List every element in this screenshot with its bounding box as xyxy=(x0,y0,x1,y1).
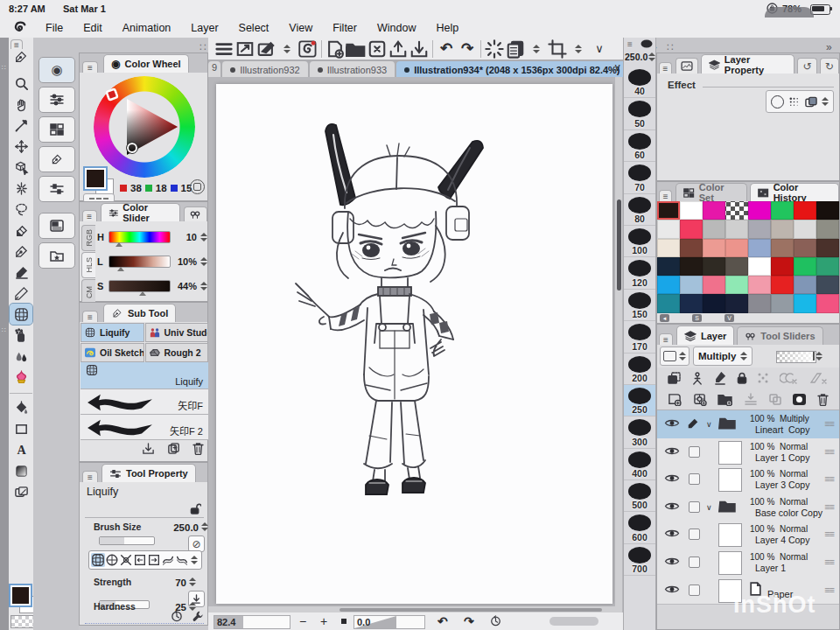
expand-far-right-icon[interactable]: » xyxy=(826,41,832,53)
toggle-tool-property-button[interactable] xyxy=(38,176,75,202)
enable-mask-icon[interactable] xyxy=(780,372,799,384)
color-swatch[interactable] xyxy=(816,201,839,220)
tab-tool-property[interactable]: Tool Property xyxy=(102,464,196,482)
layer-drag-handle[interactable]: ≡≡ xyxy=(824,446,834,457)
color-swatch[interactable] xyxy=(816,294,839,312)
layer-row-0[interactable]: ∨ 100 % Multiply Lineart Copy ≡≡ xyxy=(657,410,839,439)
color-swatch[interactable] xyxy=(680,239,703,257)
touch-gesture-icon[interactable] xyxy=(256,39,276,59)
tab-color-set[interactable]: Color Set xyxy=(676,183,747,201)
liquify-mode-swirl-right-icon[interactable] xyxy=(175,553,189,567)
tab-navigator[interactable] xyxy=(676,58,698,74)
liquify-mode-push-left-icon[interactable] xyxy=(133,553,147,567)
slider-stepper-L[interactable] xyxy=(200,257,207,266)
zoom-tool[interactable] xyxy=(10,73,32,94)
menu-edit[interactable]: Edit xyxy=(83,22,102,34)
color-swatch[interactable] xyxy=(657,294,680,312)
strength-stepper[interactable] xyxy=(189,578,196,586)
toggle-color-slider-button[interactable] xyxy=(38,87,75,113)
layer-visibility-icon[interactable] xyxy=(664,528,680,539)
layer-thumbnail[interactable] xyxy=(718,468,742,492)
delete-layer-icon[interactable] xyxy=(817,393,829,406)
color-swatch[interactable] xyxy=(725,220,748,238)
color-swatch[interactable] xyxy=(794,220,816,238)
tone-effect-icon[interactable] xyxy=(788,96,800,108)
color-swatch[interactable] xyxy=(703,201,725,220)
layer-checkbox[interactable] xyxy=(689,501,700,513)
tool-stepper[interactable] xyxy=(276,39,298,59)
color-swatch[interactable] xyxy=(725,257,748,276)
rotate-left-button[interactable]: ↶ xyxy=(438,614,448,628)
brush-size-80[interactable]: 80 xyxy=(624,194,655,226)
redo-icon[interactable]: ↷ xyxy=(457,39,478,59)
clip-studio-app-icon[interactable] xyxy=(298,39,318,59)
color-swatch[interactable] xyxy=(816,276,839,294)
blend-mode-dropdown[interactable]: Multiply xyxy=(693,346,752,366)
layer-mask-icon[interactable] xyxy=(793,394,806,405)
color-swatch[interactable] xyxy=(794,276,816,294)
color-swatch[interactable] xyxy=(816,220,839,238)
color-swatch[interactable] xyxy=(703,220,725,238)
color-wheel-grip-icon[interactable]: ≡ xyxy=(82,61,98,73)
layer-checkbox[interactable] xyxy=(689,473,700,485)
color-swatch[interactable] xyxy=(748,201,771,220)
tab-sub-tool[interactable]: Sub Tool xyxy=(103,304,176,322)
layer-checkbox[interactable] xyxy=(689,528,700,540)
menu-window[interactable]: Window xyxy=(377,22,416,34)
slider-value-H[interactable]: 10 xyxy=(174,232,197,242)
menu-help[interactable]: Help xyxy=(436,22,458,34)
operation-tool[interactable] xyxy=(10,157,32,178)
color-swatch[interactable] xyxy=(748,294,771,312)
tab-color-slider[interactable]: Color Slider xyxy=(101,203,180,221)
liquify-mode-push-right-icon[interactable] xyxy=(147,553,161,567)
rotation-slider[interactable]: 0.0 xyxy=(354,615,425,629)
liquify-mode-push-icon[interactable] xyxy=(91,553,105,567)
new-canvas-icon[interactable] xyxy=(325,39,346,59)
pencil-tool[interactable] xyxy=(10,283,32,304)
color-mode-hls[interactable]: HLS xyxy=(81,252,95,278)
tab-history[interactable]: ↺ xyxy=(797,58,816,74)
layer-visibility-icon[interactable] xyxy=(664,556,680,567)
balloon-tool[interactable] xyxy=(10,481,32,502)
draft-layer-icon[interactable] xyxy=(714,372,726,385)
effect-stepper[interactable] xyxy=(822,97,829,106)
layer-row-1[interactable]: 100 % Normal Layer 1 Copy ≡≡ xyxy=(657,438,839,467)
color-swatch[interactable] xyxy=(703,294,725,312)
open-file-icon[interactable] xyxy=(346,39,367,59)
layer-drag-handle[interactable]: ≡≡ xyxy=(824,528,834,539)
liquify-mode-expand-icon[interactable] xyxy=(105,553,119,567)
liquify-tool[interactable] xyxy=(10,304,32,325)
delete-subtool-icon[interactable] xyxy=(192,442,204,455)
gradient-tool[interactable] xyxy=(10,460,32,481)
tool-tab-pen-icon[interactable] xyxy=(14,50,28,64)
border-effect-icon[interactable] xyxy=(771,95,784,108)
panel-grip2-icon[interactable]: ∷ xyxy=(200,41,206,53)
undo-icon[interactable]: ↶ xyxy=(436,39,457,59)
color-swatch[interactable] xyxy=(703,257,725,276)
color-swatch[interactable] xyxy=(771,220,794,238)
brush-size-700[interactable]: 700 xyxy=(624,544,655,576)
brush-size-170[interactable]: 170 xyxy=(624,321,655,353)
color-swatch[interactable] xyxy=(680,294,703,312)
brush-size-250[interactable]: 250 xyxy=(624,385,655,416)
airbrush-tool[interactable] xyxy=(10,325,32,346)
color-swatch[interactable] xyxy=(680,220,703,238)
hand-tool[interactable] xyxy=(10,94,32,115)
layer-thumbnail[interactable] xyxy=(718,551,742,575)
layer-color-effect-icon[interactable] xyxy=(805,96,817,108)
color-swatch[interactable] xyxy=(657,257,680,276)
move-tool[interactable] xyxy=(10,136,32,157)
layer-drag-handle[interactable]: ≡≡ xyxy=(824,556,834,567)
fill-tool[interactable] xyxy=(10,397,32,418)
sv-triangle[interactable] xyxy=(94,76,195,178)
subtool-item-liquify[interactable]: Liquify xyxy=(80,362,208,389)
link-mask-icon[interactable] xyxy=(809,372,829,384)
new-correction-layer-icon[interactable] xyxy=(693,393,707,406)
tab-color-history[interactable]: Color History xyxy=(750,183,839,201)
tool-palette-grip-icon[interactable]: ≡ xyxy=(10,39,23,49)
layer-checkbox[interactable] xyxy=(689,584,700,596)
auto-select-tool[interactable] xyxy=(10,178,32,199)
layer-thumbnail[interactable] xyxy=(718,523,742,547)
zoom-out-button[interactable]: − xyxy=(299,614,306,628)
sub-tool-grip-icon[interactable]: ≡ xyxy=(82,311,98,322)
